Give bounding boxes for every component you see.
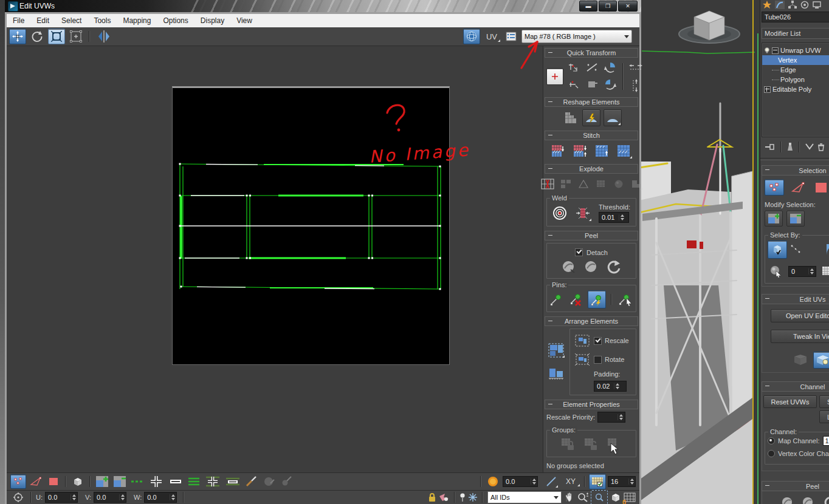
uv-canvas[interactable] bbox=[172, 86, 450, 365]
v-spinner[interactable]: 0.0 bbox=[94, 492, 126, 503]
space-horizontally-icon[interactable] bbox=[628, 60, 644, 75]
stitch-source-icon[interactable] bbox=[593, 143, 611, 160]
arrange-elements-header[interactable]: Arrange Elements bbox=[545, 316, 638, 326]
pin-stack-icon[interactable] bbox=[765, 143, 775, 151]
remove-modifier-icon[interactable] bbox=[817, 143, 825, 151]
mirror-tool-button[interactable] bbox=[94, 29, 114, 44]
edit-uvs-rollout-header[interactable]: Edit UVs bbox=[762, 294, 829, 304]
quick-planar-map-button[interactable] bbox=[813, 352, 829, 369]
menu-display[interactable]: Display bbox=[194, 14, 230, 27]
close-button[interactable]: ✕ bbox=[618, 1, 638, 12]
vertex-mode-button[interactable] bbox=[10, 474, 26, 489]
3d-viewport[interactable] bbox=[639, 0, 760, 504]
zoom-extents-cube-icon[interactable] bbox=[610, 492, 621, 502]
uv-editor-viewport[interactable] bbox=[7, 46, 543, 472]
select-by-material-id-button[interactable] bbox=[820, 264, 829, 279]
loop-mode-icon[interactable] bbox=[186, 474, 202, 489]
relax-tool-button[interactable] bbox=[604, 109, 622, 126]
texture-dropdown[interactable]: Map #78 ( RGB Image ) bbox=[521, 30, 632, 43]
grow-uv-selection-button[interactable] bbox=[94, 474, 110, 489]
transform-gizmo-icon[interactable] bbox=[10, 491, 26, 504]
freeze-snowflake-icon[interactable] bbox=[468, 492, 478, 502]
menu-tools[interactable]: Tools bbox=[88, 14, 117, 27]
stack-row-polygon[interactable]: Polygon bbox=[762, 75, 829, 84]
shrink-uv-selection-button[interactable] bbox=[112, 474, 128, 489]
reshape-elements-header[interactable]: Reshape Elements bbox=[545, 97, 638, 107]
threshold-spinner[interactable]: 0.01 bbox=[599, 212, 629, 223]
stack-row-unwrap[interactable]: Unwrap UVW bbox=[762, 46, 829, 55]
align-vertical-icon[interactable] bbox=[566, 77, 582, 92]
motion-tab-icon[interactable] bbox=[800, 1, 809, 9]
rotate-ccw-button[interactable] bbox=[602, 60, 618, 75]
lightbulb-icon[interactable] bbox=[763, 47, 771, 54]
select-pins-icon[interactable] bbox=[617, 291, 635, 308]
lock-selection-icon[interactable] bbox=[428, 492, 436, 502]
rescale-priority-spinner[interactable] bbox=[597, 412, 625, 423]
falloff-space-toggle[interactable]: XY bbox=[561, 476, 580, 487]
edge-loop-dashed-icon[interactable] bbox=[129, 474, 145, 489]
menu-options[interactable]: Options bbox=[157, 14, 194, 27]
pack-together-icon[interactable] bbox=[546, 365, 566, 382]
zoom-icon[interactable] bbox=[577, 492, 588, 502]
zoom-region-icon[interactable] bbox=[591, 490, 608, 504]
menu-view[interactable]: View bbox=[230, 14, 258, 27]
reset-peel-button[interactable] bbox=[605, 260, 622, 274]
element-properties-header[interactable]: Element Properties bbox=[545, 400, 638, 409]
soft-selection-spinner[interactable]: 0.0 bbox=[503, 476, 538, 487]
grow-loop-button[interactable] bbox=[147, 474, 165, 489]
stack-row-edge[interactable]: Edge bbox=[762, 65, 829, 75]
align-horizontal-icon[interactable] bbox=[566, 60, 582, 75]
stack-row-vertex[interactable]: Vertex bbox=[762, 55, 829, 65]
selection-rollout-header[interactable]: Selection bbox=[762, 165, 829, 175]
stitch-average-icon[interactable] bbox=[571, 143, 590, 160]
explode-header[interactable]: Explode bbox=[545, 164, 638, 174]
grid-size-spinner[interactable]: 16 bbox=[608, 476, 636, 487]
window-titlebar[interactable]: Edit UVWs ▬ ❒ ✕ bbox=[5, 0, 641, 12]
pin-tool-icon[interactable] bbox=[548, 291, 565, 308]
point-to-point-icon[interactable] bbox=[791, 245, 802, 254]
map-channel-radio[interactable] bbox=[768, 437, 775, 444]
edge-subobject-button[interactable] bbox=[788, 179, 808, 196]
menu-file[interactable]: File bbox=[7, 14, 30, 27]
align-to-edge-icon[interactable] bbox=[584, 77, 600, 92]
modifier-list-dropdown[interactable]: Modifier List bbox=[762, 28, 829, 39]
target-weld-icon[interactable] bbox=[550, 204, 569, 222]
w-spinner[interactable]: 0.0 bbox=[144, 492, 177, 503]
scale-tool-button[interactable] bbox=[48, 29, 65, 44]
freeform-mode-button[interactable] bbox=[67, 29, 84, 44]
rescale-elements-icon[interactable] bbox=[573, 333, 591, 349]
peel-rollout-header[interactable]: Peel bbox=[762, 481, 829, 491]
stack-row-editable-poly[interactable]: Editable Poly bbox=[762, 84, 829, 94]
shrink-selection-button[interactable] bbox=[786, 211, 805, 226]
hierarchy-tab-icon[interactable] bbox=[788, 1, 797, 9]
save-button[interactable]: Sav bbox=[819, 395, 829, 408]
space-vertically-icon[interactable] bbox=[628, 78, 644, 93]
auto-pin-button[interactable] bbox=[588, 290, 606, 308]
open-uv-editor-button[interactable]: Open UV Editor ... bbox=[771, 309, 829, 322]
break-icon[interactable] bbox=[539, 176, 556, 192]
map-channel-field[interactable]: 1 bbox=[823, 436, 829, 446]
channel-rollout-header[interactable]: Channel bbox=[762, 381, 829, 392]
polygon-subobject-button[interactable] bbox=[812, 179, 829, 196]
stitch-target-icon[interactable] bbox=[615, 143, 633, 160]
shrink-loop-button[interactable] bbox=[167, 474, 184, 489]
show-end-result-icon[interactable] bbox=[787, 143, 793, 151]
rescale-checkbox[interactable] bbox=[594, 337, 602, 345]
grow-ring-button[interactable] bbox=[204, 474, 222, 489]
maximize-button[interactable]: ❒ bbox=[599, 1, 617, 12]
object-name-field[interactable]: Tube026 bbox=[762, 12, 829, 22]
show-map-button[interactable] bbox=[463, 29, 480, 44]
selection-filter-icon[interactable] bbox=[439, 493, 450, 502]
unpin-tool-icon[interactable] bbox=[568, 291, 585, 308]
display-tab-icon[interactable] bbox=[813, 1, 821, 9]
relax-until-flat-button[interactable] bbox=[582, 109, 600, 126]
padding-spinner[interactable]: 0.02 bbox=[594, 381, 627, 392]
menu-mapping[interactable]: Mapping bbox=[117, 14, 157, 27]
rotate-checkbox[interactable] bbox=[594, 356, 602, 364]
reset-uvws-button[interactable]: Reset UVWs bbox=[763, 395, 817, 408]
stitch-custom-icon[interactable] bbox=[549, 143, 568, 160]
reset-peel-icon[interactable] bbox=[822, 496, 829, 504]
select-by-planar-angle-button[interactable] bbox=[824, 241, 829, 258]
weld-selected-icon[interactable] bbox=[573, 204, 593, 222]
pelt-map-button[interactable] bbox=[583, 260, 599, 274]
